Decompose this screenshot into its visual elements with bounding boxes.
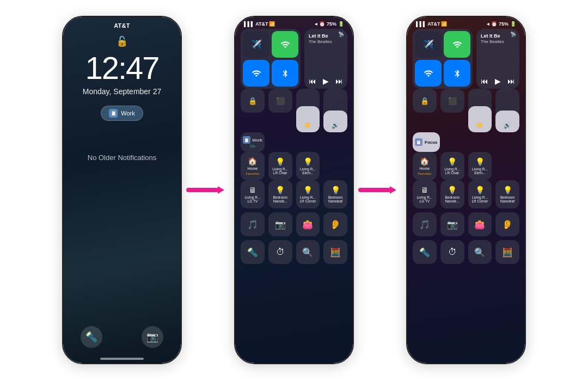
cc2-play-btn[interactable]: ▶ bbox=[495, 77, 501, 85]
cc1-lr-elem-btn[interactable]: 💡 Living R...Elem... bbox=[296, 152, 320, 180]
bluetooth-btn[interactable] bbox=[272, 60, 298, 87]
cc1-screen-mirror-btn[interactable]: ⬛ bbox=[268, 89, 292, 113]
cc1-lr-chair-btn[interactable]: 💡 Living R...LR Chair bbox=[268, 152, 292, 180]
cc2-music-controls: ⏮ ▶ ⏭ bbox=[481, 77, 515, 85]
cc2-home-label: Home bbox=[420, 167, 430, 171]
cc2-brightness-icon: ☀️ bbox=[476, 122, 483, 129]
cc2-battery: 75% bbox=[499, 21, 509, 27]
arrow-1-container bbox=[186, 185, 230, 195]
arrow-1-head bbox=[218, 186, 224, 194]
focus-icon: 📋 bbox=[109, 109, 118, 118]
bulb-icon-2: 💡 bbox=[303, 157, 313, 166]
cc2-brightness-slider[interactable]: ☀️ bbox=[468, 89, 492, 132]
cc2-focus-small-icon: 📋 bbox=[415, 138, 422, 146]
cc1-hearing-btn[interactable]: 👂 bbox=[323, 212, 347, 236]
cc2-lr-chair-btn[interactable]: 💡 Living R...LR Chair bbox=[440, 152, 464, 180]
cc1-lr-elem: Living R...Elem... bbox=[300, 167, 316, 175]
cc2-battery-icon: 🔋 bbox=[510, 21, 516, 27]
cc2-wifi-btn[interactable] bbox=[415, 60, 442, 87]
cc1-volume-slider[interactable]: 🔊 bbox=[323, 89, 347, 132]
cc2-flashlight-btn[interactable]: 🔦 bbox=[413, 240, 437, 264]
cc1-camera-btn[interactable]: 📷 bbox=[268, 212, 292, 236]
cc1-lg-tv-btn[interactable]: 🖥 Living R...LG TV bbox=[241, 180, 265, 209]
wifi-btn[interactable] bbox=[243, 60, 270, 87]
cc2-lg-tv-btn[interactable]: 🖥 Living R...LG TV bbox=[413, 180, 437, 209]
cc1-bedroom-nano2-btn[interactable]: 💡 BedroomNanoleaf bbox=[323, 180, 347, 209]
cc1-bedroom-nano1-btn[interactable]: 💡 BedroomNanole... bbox=[268, 180, 292, 209]
cc2-status-bar: ▌▌▌ AT&T 📶 ◂ ⏰ 75% 🔋 bbox=[413, 17, 519, 29]
cc2-timer-btn[interactable]: ⏱ bbox=[440, 240, 464, 264]
ls-status-bar: AT&T bbox=[63, 17, 181, 29]
cc2-bluetooth-btn[interactable] bbox=[444, 60, 470, 87]
ls-carrier: AT&T bbox=[114, 22, 130, 29]
cc1-lg-tv: Living R...LG TV bbox=[244, 195, 260, 203]
cc1-row6: 🎵 📷 👛 👂 bbox=[241, 212, 347, 236]
cc2-screen-lock-btn[interactable]: 🔒 bbox=[413, 89, 437, 113]
cc2-hearing-btn[interactable]: 👂 bbox=[495, 212, 519, 236]
cc2-home-btn[interactable]: 🏠 Home Favorites bbox=[413, 152, 437, 180]
cc2-lr-corner-btn[interactable]: 💡 Living R...LR Corner bbox=[468, 180, 492, 209]
focus-inner: 📋 Work bbox=[243, 136, 262, 144]
cc1-calc-btn[interactable]: 🧮 bbox=[323, 240, 347, 264]
cc2-screen-mirror-btn[interactable]: ⬛ bbox=[440, 89, 464, 113]
volume-icon: 🔊 bbox=[332, 122, 339, 129]
cc1-wallet-btn[interactable]: 👛 bbox=[296, 212, 320, 236]
ls-home-bar bbox=[100, 358, 144, 360]
cc1-magnify-btn[interactable]: 🔍 bbox=[296, 240, 320, 264]
cc2-home-icon: 🏠 bbox=[420, 157, 429, 166]
cc2-magnify-btn[interactable]: 🔍 bbox=[468, 240, 492, 264]
cc2-status-left: ▌▌▌ AT&T 📶 bbox=[416, 21, 447, 27]
arrow-2 bbox=[358, 188, 391, 192]
cc1-row5: 🖥 Living R...LG TV 💡 BedroomNanole... 💡 … bbox=[241, 180, 347, 209]
cc1-airplay-icon[interactable]: 📡 bbox=[338, 32, 344, 37]
cc1-home-btn[interactable]: 🏠 Home Favorites bbox=[241, 152, 265, 180]
bulb-icon-1: 💡 bbox=[275, 157, 285, 166]
cc1-location: ◂ bbox=[315, 21, 317, 27]
flashlight-button[interactable]: 🔦 bbox=[81, 326, 102, 348]
cc1-next-btn[interactable]: ⏭ bbox=[335, 77, 343, 85]
cc2-cellular-btn[interactable] bbox=[444, 31, 470, 58]
cc2-wallet-btn[interactable]: 👛 bbox=[468, 212, 492, 236]
cc2-airplane-btn[interactable]: ✈️ bbox=[415, 31, 442, 58]
cc1-play-btn[interactable]: ▶ bbox=[323, 77, 329, 85]
cellular-btn[interactable] bbox=[272, 31, 298, 58]
cc2-prev-btn[interactable]: ⏮ bbox=[481, 77, 488, 85]
cc1-lr-corner: Living R...LR Corner bbox=[299, 195, 316, 203]
cc2-volume-slider[interactable]: 🔊 bbox=[495, 89, 519, 132]
cc1-timer-btn[interactable]: ⏱ bbox=[268, 240, 292, 264]
arrow-1 bbox=[186, 188, 219, 192]
lockscreen-bg: AT&T 🔓 12:47 Monday, September 27 📋 Work… bbox=[63, 17, 181, 363]
cc2-signal: ▌▌▌ bbox=[416, 21, 426, 27]
cc2-airplay-icon[interactable]: 📡 bbox=[510, 32, 516, 37]
cc2-bedroom-nano2-btn[interactable]: 💡 BedroomNanoleaf bbox=[495, 180, 519, 209]
cc2-bulb-2: 💡 bbox=[475, 157, 485, 166]
cc2-camera-btn[interactable]: 📷 bbox=[440, 212, 464, 236]
cc2-bedroom-nano1-btn[interactable]: 💡 BedroomNanole... bbox=[440, 180, 464, 209]
cc2-row1: ✈️ 📡 Let It Be The Beatles bbox=[413, 29, 519, 89]
cc1-prev-btn[interactable]: ⏮ bbox=[309, 77, 316, 85]
cc2-wifi: 📶 bbox=[441, 21, 447, 27]
cc1-signal: ▌▌▌ bbox=[244, 21, 254, 27]
cc1-screen-lock-btn[interactable]: 🔒 bbox=[241, 89, 265, 113]
lock-icon: 🔓 bbox=[116, 35, 128, 47]
ls-focus-toggle[interactable]: 📋 Work bbox=[101, 106, 143, 121]
airplane-mode-btn[interactable]: ✈️ bbox=[243, 31, 270, 58]
cc2-focus-btn[interactable]: 📋 Focus bbox=[413, 132, 440, 152]
cc1-shazam-btn[interactable]: 🎵 bbox=[241, 212, 265, 236]
camera-button[interactable]: 📷 bbox=[142, 326, 163, 348]
cc1-focus-btn[interactable]: 📋 Work On bbox=[241, 132, 265, 152]
cc2-shazam-btn[interactable]: 🎵 bbox=[413, 212, 437, 236]
ls-bottom-icons: 🔦 📷 bbox=[63, 326, 181, 348]
cc2-next-btn[interactable]: ⏭ bbox=[507, 77, 515, 85]
cc2-home-sub: Favorites bbox=[418, 172, 432, 175]
main-container: AT&T 🔓 12:47 Monday, September 27 📋 Work… bbox=[0, 0, 588, 380]
cc1-carrier: AT&T bbox=[255, 21, 268, 27]
nano-icon-2: 💡 bbox=[331, 186, 340, 194]
cc1-brightness-slider[interactable]: ☀️ bbox=[296, 89, 320, 132]
cc2-calc-btn[interactable]: 🧮 bbox=[495, 240, 519, 264]
cc2-connectivity: ✈️ bbox=[413, 29, 473, 89]
cc2-lr-elem-btn[interactable]: 💡 Living R...Elem... bbox=[468, 152, 492, 180]
cc1-flashlight-btn[interactable]: 🔦 bbox=[241, 240, 265, 264]
nano-icon-1: 💡 bbox=[275, 186, 285, 194]
cc1-lr-corner-btn[interactable]: 💡 Living R...LR Corner bbox=[296, 180, 320, 209]
